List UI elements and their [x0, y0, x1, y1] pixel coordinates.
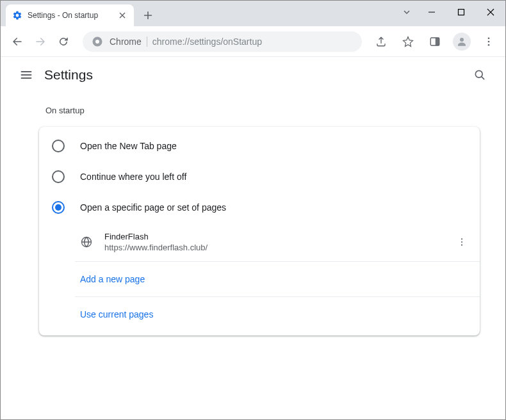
link-label: Add a new page [80, 274, 145, 284]
svg-rect-4 [436, 38, 439, 45]
radio-label: Open a specific page or set of pages [80, 202, 226, 213]
radio-icon [52, 201, 65, 214]
address-bar[interactable]: Chrome chrome://settings/onStartup [83, 31, 362, 52]
chevron-down-icon[interactable] [396, 1, 417, 24]
reload-button[interactable] [52, 30, 75, 53]
window-titlebar: Settings - On startup [1, 1, 505, 26]
side-panel-icon[interactable] [423, 30, 446, 53]
search-icon[interactable] [467, 62, 493, 88]
radio-option-newtab[interactable]: Open the New Tab page [39, 131, 480, 161]
new-tab-button[interactable] [139, 6, 157, 24]
page-info: FinderFlash https://www.finderflash.club… [104, 232, 452, 252]
radio-label: Continue where you left off [80, 172, 186, 182]
svg-point-11 [461, 238, 462, 239]
window-controls [396, 1, 505, 24]
radio-option-continue[interactable]: Continue where you left off [39, 161, 480, 192]
svg-point-8 [488, 44, 490, 45]
svg-point-6 [488, 37, 490, 39]
maximize-button[interactable] [446, 1, 476, 24]
tab-title: Settings - On startup [28, 11, 117, 20]
add-page-link[interactable]: Add a new page [75, 262, 480, 297]
use-current-pages-link[interactable]: Use current pages [75, 297, 480, 332]
close-icon[interactable] [117, 10, 127, 20]
globe-icon [80, 236, 93, 248]
close-window-button[interactable] [476, 1, 505, 24]
svg-point-12 [461, 241, 462, 243]
radio-option-specific[interactable]: Open a specific page or set of pages [39, 192, 480, 223]
browser-toolbar: Chrome chrome://settings/onStartup [1, 26, 505, 57]
kebab-menu-icon[interactable] [452, 232, 472, 252]
page-url: https://www.finderflash.club/ [104, 243, 452, 252]
link-label: Use current pages [80, 309, 153, 319]
share-icon[interactable] [370, 30, 393, 53]
svg-point-2 [95, 40, 99, 44]
kebab-menu-icon[interactable] [477, 30, 500, 53]
page-title: Settings [44, 67, 467, 83]
svg-point-5 [460, 38, 464, 42]
chrome-icon [92, 36, 103, 47]
forward-button [29, 30, 52, 53]
back-button[interactable] [6, 30, 29, 53]
startup-options-card: Open the New Tab page Continue where you… [39, 127, 480, 335]
profile-avatar[interactable] [450, 30, 473, 53]
hamburger-menu-icon[interactable] [13, 62, 39, 88]
omnibox-text: Chrome chrome://settings/onStartup [110, 36, 262, 47]
svg-point-7 [488, 40, 490, 42]
gear-icon [12, 10, 22, 20]
radio-icon [52, 140, 65, 152]
bookmark-star-icon[interactable] [396, 30, 420, 53]
radio-icon [52, 170, 65, 183]
page-name: FinderFlash [104, 232, 452, 241]
section-label: On startup [45, 106, 480, 115]
browser-tab[interactable]: Settings - On startup [6, 4, 134, 26]
startup-page-entry: FinderFlash https://www.finderflash.club… [75, 223, 480, 262]
minimize-button[interactable] [417, 1, 446, 24]
svg-point-13 [461, 245, 462, 246]
svg-rect-0 [459, 10, 464, 15]
settings-header: Settings [1, 57, 505, 93]
radio-label: Open the New Tab page [80, 141, 177, 151]
settings-content: On startup Open the New Tab page Continu… [1, 106, 505, 335]
